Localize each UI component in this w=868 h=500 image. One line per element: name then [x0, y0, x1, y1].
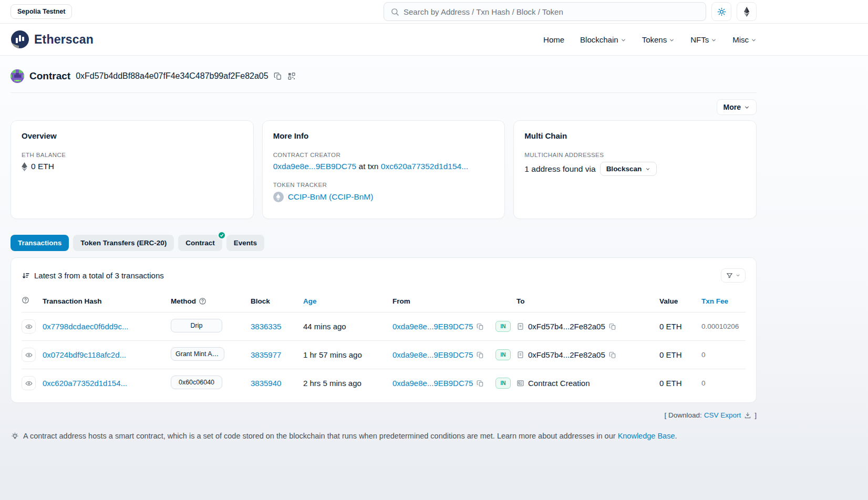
value-cell: 0 ETH: [659, 350, 701, 359]
multichain-found-text: 1 address found via: [524, 164, 595, 174]
footnote: A contract address hosts a smart contrac…: [11, 432, 757, 441]
from-address-link[interactable]: 0xda9e8e...9EB9DC75: [392, 322, 473, 331]
value-cell: 0 ETH: [659, 322, 701, 331]
chevron-down-icon: [744, 105, 750, 110]
more-info-card: More Info CONTRACT CREATOR 0xda9e8e...9E…: [262, 120, 505, 219]
network-badge[interactable]: Sepolia Testnet: [11, 4, 72, 19]
navbar: Etherscan Home Blockchain Tokens NFTs Mi…: [0, 24, 868, 56]
from-address-link[interactable]: 0xda9e8e...9EB9DC75: [392, 350, 473, 359]
direction-badge: IN: [495, 321, 511, 332]
block-link[interactable]: 3835940: [251, 379, 303, 388]
eth-balance-label: ETH BALANCE: [22, 152, 243, 158]
col-value: Value: [659, 297, 701, 305]
token-tracker-link[interactable]: CCIP-BnM (CCIP-BnM): [288, 192, 374, 202]
overview-card: Overview ETH BALANCE 0 ETH: [11, 120, 254, 219]
copy-address-button[interactable]: [274, 72, 282, 80]
table-header-row: Transaction Hash Method Block Age From T…: [22, 294, 746, 312]
topbar: Sepolia Testnet: [0, 0, 868, 24]
sun-icon: [717, 7, 726, 16]
copy-icon: [274, 72, 282, 80]
nav-nfts[interactable]: NFTs: [690, 35, 717, 44]
block-link[interactable]: 3835977: [251, 350, 303, 359]
contract-file-icon: [516, 351, 524, 359]
contract-address: 0xFd57b4ddBf88a4e07fF4e34C487b99af2Fe82a…: [76, 71, 268, 81]
eye-icon: [25, 351, 33, 359]
direction-badge: IN: [495, 349, 511, 360]
chevron-down-icon: [645, 166, 650, 172]
download-row: [ Download: CSV Export ]: [11, 411, 757, 419]
preview-txn-button[interactable]: [22, 376, 36, 390]
col-age-sort[interactable]: Age: [303, 297, 392, 305]
table-row: 0x7798dcdaec0f6dd9c... Drip 3836335 44 m…: [22, 312, 746, 340]
block-link[interactable]: 3836335: [251, 322, 303, 331]
col-from: From: [392, 297, 495, 305]
verified-check-icon: [218, 231, 226, 239]
main-menu: Home Blockchain Tokens NFTs Misc: [543, 35, 757, 44]
txn-hash-link[interactable]: 0x7798dcdaec0f6dd9c...: [43, 322, 171, 331]
search-icon: [390, 7, 399, 16]
copy-from-button[interactable]: [477, 323, 484, 330]
txn-hash-link[interactable]: 0xc620a77352d1d154...: [43, 379, 171, 388]
transactions-panel: Latest 3 from a total of 3 transactions …: [11, 257, 757, 403]
search-box[interactable]: [384, 2, 706, 21]
tab-events[interactable]: Events: [226, 235, 264, 251]
etherscan-logo[interactable]: Etherscan: [11, 30, 94, 49]
contract-file-icon: [516, 322, 524, 330]
tab-transactions[interactable]: Transactions: [11, 235, 69, 251]
eth-glyph-icon: [22, 162, 27, 171]
theme-toggle-button[interactable]: [711, 2, 731, 21]
copy-to-button[interactable]: [609, 351, 616, 359]
page-title: Contract: [29, 70, 70, 82]
search-input[interactable]: [404, 7, 699, 16]
contract-creator-label: CONTRACT CREATOR: [273, 152, 494, 158]
method-badge: Drip: [171, 319, 222, 332]
blockscan-dropdown[interactable]: Blockscan: [600, 162, 657, 176]
qr-code-button[interactable]: [287, 72, 296, 80]
chevron-down-icon: [751, 37, 757, 43]
nav-tokens[interactable]: Tokens: [642, 35, 675, 44]
table-summary-text: Latest 3 from a total of 3 transactions: [34, 271, 164, 280]
footnote-text: A contract address hosts a smart contrac…: [23, 432, 616, 440]
nav-misc[interactable]: Misc: [732, 35, 757, 44]
ethereum-icon: [743, 7, 750, 17]
more-button[interactable]: More: [717, 99, 757, 115]
nav-home[interactable]: Home: [543, 35, 564, 44]
txn-hash-link[interactable]: 0x0724bdf9c118afc2d...: [43, 350, 171, 359]
creator-address-link[interactable]: 0xda9e8e...9EB9DC75: [273, 162, 357, 171]
creation-txn-link[interactable]: 0xc620a77352d1d154...: [381, 162, 468, 171]
copy-to-button[interactable]: [609, 323, 616, 330]
copy-from-button[interactable]: [477, 380, 484, 387]
copy-icon: [477, 380, 484, 387]
overview-title: Overview: [22, 131, 243, 140]
eye-icon: [25, 380, 33, 387]
multichain-addresses-label: MULTICHAIN ADDRESSES: [524, 152, 746, 158]
method-badge: Grant Mint An...: [171, 347, 224, 361]
chevron-down-icon: [621, 37, 626, 43]
contract-creation-icon: [516, 379, 524, 387]
col-to: To: [516, 297, 659, 305]
preview-txn-button[interactable]: [22, 348, 36, 362]
multichain-title: Multi Chain: [524, 131, 746, 140]
tab-token-transfers[interactable]: Token Transfers (ERC-20): [73, 235, 174, 251]
copy-from-button[interactable]: [477, 351, 484, 359]
col-txn-fee-sort[interactable]: Txn Fee: [701, 297, 746, 305]
chevron-down-icon: [736, 273, 740, 278]
txn-fee-cell: 0.00010206: [701, 322, 746, 330]
method-badge: 0x60c06040: [171, 376, 222, 389]
tab-contract[interactable]: Contract: [178, 235, 222, 251]
knowledge-base-link[interactable]: Knowledge Base: [618, 432, 675, 440]
age-value: 2 hrs 5 mins ago: [303, 379, 392, 388]
from-address-link[interactable]: 0xda9e8e...9EB9DC75: [392, 379, 473, 388]
copy-icon: [477, 351, 484, 359]
network-switch-button[interactable]: [737, 2, 757, 21]
multichain-card: Multi Chain MULTICHAIN ADDRESSES 1 addre…: [513, 120, 757, 219]
age-value: 44 mins ago: [303, 322, 392, 331]
col-transaction-hash: Transaction Hash: [43, 297, 171, 305]
nav-blockchain[interactable]: Blockchain: [580, 35, 626, 44]
more-info-title: More Info: [273, 131, 494, 140]
preview-txn-button[interactable]: [22, 319, 36, 334]
filter-button[interactable]: [721, 268, 746, 283]
csv-export-link[interactable]: CSV Export: [704, 411, 741, 419]
token-tracker-label: TOKEN TRACKER: [273, 182, 494, 188]
at-txn-text: at txn: [359, 162, 379, 171]
